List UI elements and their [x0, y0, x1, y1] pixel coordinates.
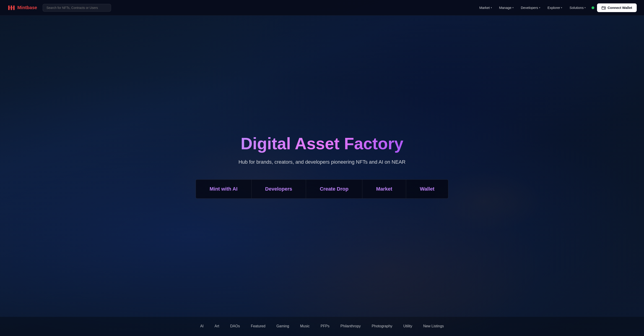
category-tab-daos[interactable]: DAOs — [230, 323, 240, 329]
category-tab-featured[interactable]: Featured — [251, 323, 266, 329]
cta-market[interactable]: Market — [362, 179, 406, 199]
cta-developers[interactable]: Developers — [252, 179, 306, 199]
category-tab-new-listings[interactable]: New Listings — [423, 323, 444, 329]
cta-wallet[interactable]: Wallet — [406, 179, 448, 199]
wallet-icon — [602, 6, 606, 10]
nav-market[interactable]: Market ▾ — [476, 4, 495, 12]
hero-fluid-art — [0, 0, 644, 336]
category-tab-music[interactable]: Music — [300, 323, 310, 329]
svg-rect-1 — [11, 6, 12, 10]
hero-subtitle: Hub for brands, creators, and developers… — [238, 158, 406, 166]
hero-title: Digital Asset Factory — [238, 135, 406, 153]
category-tab-pfps[interactable]: PFPs — [321, 323, 330, 329]
chevron-down-icon: ▾ — [491, 7, 492, 9]
chevron-down-icon: ▾ — [561, 7, 562, 9]
nav-explorer[interactable]: Explorer ▾ — [544, 4, 566, 12]
category-tab-ai[interactable]: AI — [200, 323, 204, 329]
chevron-down-icon: ▾ — [539, 7, 540, 9]
cta-buttons: Mint with AI Developers Create Drop Mark… — [196, 179, 448, 199]
cta-mint-ai[interactable]: Mint with AI — [196, 179, 252, 199]
category-tabs-bar: AI Art DAOs Featured Gaming Music PFPs P… — [0, 317, 644, 336]
category-tab-gaming[interactable]: Gaming — [276, 323, 289, 329]
nav-solutions[interactable]: Solutions ▾ — [566, 4, 589, 12]
logo[interactable]: Mintbase — [7, 4, 37, 12]
logo-icon — [7, 4, 16, 12]
network-status-dot — [592, 7, 594, 9]
svg-rect-4 — [604, 8, 605, 9]
category-tab-photography[interactable]: Photography — [372, 323, 392, 329]
category-tab-philanthropy[interactable]: Philanthropy — [340, 323, 361, 329]
search-input[interactable] — [43, 4, 111, 12]
connect-wallet-button[interactable]: Connect Wallet — [597, 4, 637, 12]
brand-name: Mintbase — [17, 5, 37, 10]
nav-developers[interactable]: Developers ▾ — [518, 4, 544, 12]
chevron-down-icon: ▾ — [512, 7, 514, 9]
category-tab-utility[interactable]: Utility — [404, 323, 412, 329]
hero-section: Digital Asset Factory Hub for brands, cr… — [0, 0, 644, 336]
nav-links: Market ▾ Manage ▾ Developers ▾ Explorer … — [476, 4, 637, 12]
chevron-down-icon: ▾ — [584, 7, 586, 9]
nav-manage[interactable]: Manage ▾ — [496, 4, 517, 12]
svg-rect-3 — [602, 7, 606, 9]
hero-content: Digital Asset Factory Hub for brands, cr… — [230, 135, 415, 166]
svg-rect-2 — [13, 6, 14, 10]
category-tab-art[interactable]: Art — [214, 323, 219, 329]
navbar: Mintbase Market ▾ Manage ▾ Developers ▾ … — [0, 0, 644, 16]
cta-create-drop[interactable]: Create Drop — [306, 179, 362, 199]
